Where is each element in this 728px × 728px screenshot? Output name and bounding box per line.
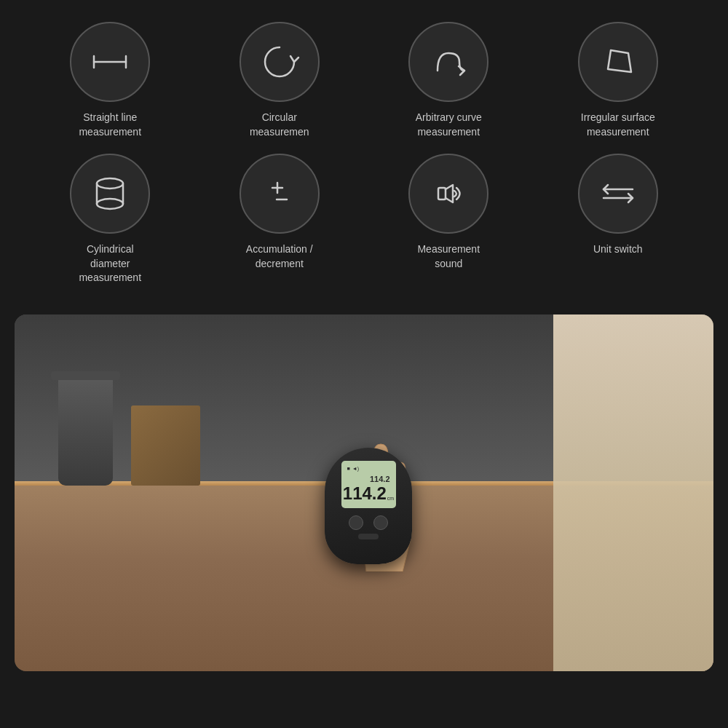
irregular-surface-icon-circle [578, 22, 658, 102]
svg-point-7 [97, 199, 123, 209]
feature-irregular-surface: Irregular surfacemeasurement [537, 22, 700, 139]
vase [58, 376, 113, 486]
irregular-surface-label: Irregular surfacemeasurement [581, 111, 655, 139]
feature-straight-line: Straight linemeasurement [29, 22, 191, 139]
accumulation-icon-circle [240, 154, 320, 234]
device: ■ ◄) 114.2 114.2 cm [325, 448, 412, 564]
straight-line-label: Straight linemeasurement [79, 111, 141, 139]
screen-icons-row: ■ ◄) [344, 466, 393, 471]
circular-icon-circle [240, 22, 320, 102]
straight-line-icon-circle [70, 22, 150, 102]
cylindrical-label: Cylindricaldiametermeasurement [79, 242, 141, 285]
box [131, 405, 200, 486]
features-grid: Straight linemeasurement Circularmeasure… [29, 22, 699, 285]
curtain [553, 314, 713, 671]
device-btn-right[interactable] [373, 515, 388, 530]
svg-rect-11 [438, 188, 446, 199]
feature-circular: Circularmeasuremen [199, 22, 361, 139]
unit-switch-icon-circle [578, 154, 658, 234]
feature-unit-switch: Unit switch [537, 154, 700, 285]
device-side-buttons [349, 515, 388, 530]
svg-marker-3 [608, 50, 631, 72]
screen-small-reading: 114.2 [370, 472, 393, 485]
product-photo: ■ ◄) 114.2 114.2 cm [15, 314, 713, 671]
cylindrical-icon-circle [70, 154, 150, 234]
accumulation-label: Accumulation /decrement [246, 242, 313, 271]
unit-switch-label: Unit switch [593, 242, 643, 257]
vase-top [51, 371, 120, 380]
screen-main-reading: 114.2 cm [343, 485, 394, 502]
device-btn-left[interactable] [349, 515, 363, 530]
circular-label: Circularmeasuremen [250, 111, 309, 139]
device-bottom-btn[interactable] [358, 534, 379, 539]
arbitrary-curve-label: Arbitrary curvemeasurement [416, 111, 482, 139]
sound-label: Measurementsound [417, 242, 480, 271]
device-body: ■ ◄) 114.2 114.2 cm [325, 448, 412, 564]
feature-accumulation: Accumulation /decrement [199, 154, 361, 285]
feature-sound: Measurementsound [368, 154, 530, 285]
device-screen: ■ ◄) 114.2 114.2 cm [341, 461, 396, 508]
svg-point-4 [97, 178, 123, 189]
sound-icon-circle [408, 154, 488, 234]
features-section: Straight linemeasurement Circularmeasure… [0, 0, 728, 307]
feature-arbitrary-curve: Arbitrary curvemeasurement [368, 22, 530, 139]
feature-cylindrical: Cylindricaldiametermeasurement [29, 154, 191, 285]
arbitrary-curve-icon-circle [408, 22, 488, 102]
